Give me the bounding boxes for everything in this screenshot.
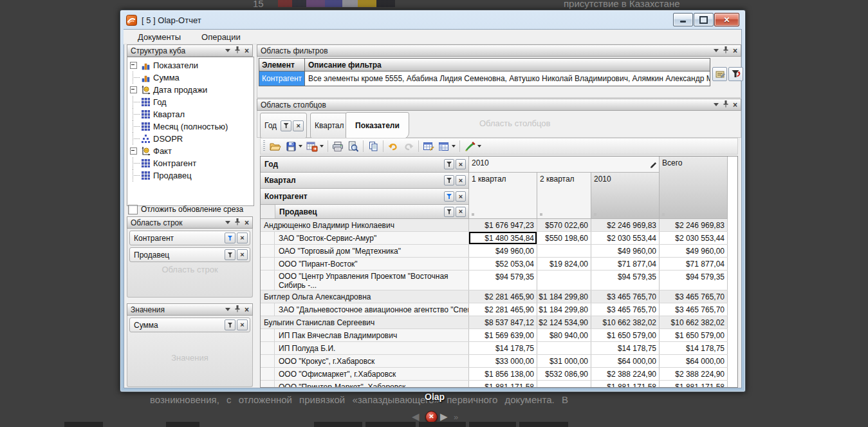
pivot-value-cell[interactable]: $3 465 765,70: [591, 303, 660, 316]
tree-expander-icon[interactable]: [130, 86, 137, 93]
pivot-value-cell[interactable]: $2 030 553,44: [660, 232, 728, 244]
remove-field-button[interactable]: ×: [456, 175, 466, 185]
pivot-value-cell[interactable]: $1 881 171,58: [469, 381, 537, 388]
pivot-value-cell[interactable]: $19 824,00: [537, 258, 591, 270]
pivot-row-label[interactable]: ЗАО "Дальневосточное авиационное агентст…: [261, 303, 469, 316]
collapse-icon[interactable]: [714, 103, 719, 106]
pivot-value-cell[interactable]: $64 000,00: [591, 355, 660, 367]
pin-icon[interactable]: [235, 46, 240, 55]
pivot-value-cell[interactable]: $550 198,60: [537, 232, 591, 244]
tree-item[interactable]: Сумма: [127, 71, 254, 84]
pivot-row-label[interactable]: Андрющенко Владимир Николаевич: [261, 219, 469, 231]
header-brush-icon[interactable]: [650, 162, 657, 171]
filter-button[interactable]: [225, 232, 235, 243]
pivot-value-cell[interactable]: $94 579,35: [469, 270, 537, 290]
pivot-value-cell[interactable]: $1 856 138,00: [469, 368, 537, 380]
tree-expander-icon[interactable]: [130, 147, 137, 155]
menu-item-operations[interactable]: Операции: [195, 31, 247, 43]
pivot-row-header-3[interactable]: Продавец×: [261, 205, 469, 219]
pivot-value-cell[interactable]: $14 178,75: [660, 342, 728, 354]
pivot-value-cell[interactable]: $1 184 299,80: [537, 290, 591, 303]
titlebar[interactable]: [ 5 ] Olap-Отчет: [120, 10, 745, 30]
pivot-value-cell[interactable]: $71 877,04: [660, 258, 728, 270]
pivot-row-label[interactable]: ООО "Офисмаркет", г.Хабаровск: [261, 368, 469, 380]
close-panel-icon[interactable]: ×: [245, 48, 249, 54]
pivot-value-cell[interactable]: $2 246 969,83: [660, 219, 728, 231]
lightbox-last-icon[interactable]: »: [454, 412, 458, 422]
pivot-value-cell[interactable]: $94 579,35: [660, 270, 728, 290]
close-panel-icon[interactable]: ×: [733, 102, 737, 108]
pivot-value-cell[interactable]: $3 465 765,70: [660, 303, 728, 316]
tree-item[interactable]: DSOPR: [127, 133, 254, 145]
pivot-value-cell[interactable]: $71 877,04: [591, 258, 660, 270]
pivot-value-cell[interactable]: $2 281 465,90: [469, 290, 537, 303]
maximize-button[interactable]: [694, 13, 714, 26]
lightbox-next-icon[interactable]: ▶: [440, 411, 448, 422]
defer-update-checkbox[interactable]: [128, 205, 138, 214]
pivot-value-cell[interactable]: $49 960,00: [469, 245, 537, 257]
pivot-row-label[interactable]: ИП Пак Вячеслав Владимирович: [261, 329, 469, 341]
minimize-button[interactable]: [673, 13, 693, 26]
filter-button[interactable]: [281, 120, 291, 131]
open-button[interactable]: [268, 140, 282, 153]
pivot-row-label[interactable]: ООО "Принтер-Маркет", Хабаровск: [261, 381, 469, 388]
pivot-value-cell[interactable]: $52 053,04: [469, 258, 537, 270]
remove-field-button[interactable]: ×: [237, 249, 248, 260]
filter-button[interactable]: [225, 319, 235, 330]
pivot-value-cell[interactable]: $10 662 382,02: [660, 316, 728, 328]
pivot-row-label[interactable]: ООО "Пирант-Восток": [261, 258, 469, 270]
collapse-icon[interactable]: [225, 221, 230, 224]
remove-field-button[interactable]: ×: [456, 191, 466, 202]
edit-filter-button[interactable]: [712, 67, 727, 81]
print-button[interactable]: [331, 140, 345, 153]
tree-item[interactable]: Показатели: [127, 59, 254, 71]
pivot-column-grand-total[interactable]: Всего: [660, 157, 728, 219]
tree-item[interactable]: Дата продажи: [127, 84, 254, 96]
filter-button[interactable]: [444, 207, 454, 217]
pin-icon[interactable]: [235, 218, 240, 227]
pivot-row-label[interactable]: Битлер Ольга Александровна: [261, 290, 469, 303]
pivot-column-q2[interactable]: 2 квартал: [537, 173, 591, 219]
pivot-value-cell[interactable]: $2 246 969,83: [591, 219, 660, 231]
pivot-row-label[interactable]: ООО "Крокус", г.Хабаровск: [261, 355, 469, 367]
tree-item[interactable]: Квартал: [127, 108, 254, 120]
column-field-chip[interactable]: Год×: [260, 113, 307, 138]
remove-field-button[interactable]: ×: [456, 159, 466, 169]
clear-filter-button[interactable]: [728, 67, 743, 81]
pivot-value-cell[interactable]: $49 960,00: [660, 245, 728, 257]
row-field-chip[interactable]: Продавец×: [129, 247, 250, 262]
pivot-value-cell[interactable]: $14 178,75: [591, 342, 660, 354]
pivot-value-cell[interactable]: $94 579,35: [591, 270, 660, 290]
filter-button[interactable]: [444, 191, 454, 202]
export-button[interactable]: [305, 140, 319, 153]
pivot-value-cell[interactable]: $570 022,60: [537, 219, 591, 231]
menu-item-documents[interactable]: Документы: [131, 31, 187, 43]
measures-tab[interactable]: Показатели: [346, 112, 409, 139]
close-panel-icon[interactable]: ×: [245, 307, 249, 313]
tree-item[interactable]: Продавец: [127, 169, 254, 182]
filter-row[interactable]: Контрагент Все элементы кроме 5555, Абаб…: [259, 71, 710, 86]
tree-expander-icon[interactable]: [130, 62, 137, 69]
copy-button[interactable]: [366, 140, 380, 153]
pin-icon[interactable]: [723, 46, 728, 55]
row-field-chip[interactable]: Контрагент×: [129, 231, 250, 245]
pivot-value-cell[interactable]: $1 676 947,23: [469, 219, 537, 231]
tree-item[interactable]: Месяц (полностью): [127, 120, 254, 133]
filter-button[interactable]: [444, 175, 454, 185]
pivot-value-cell[interactable]: $1 184 299,80: [537, 303, 591, 316]
remove-field-button[interactable]: ×: [237, 232, 248, 243]
grid-view-button[interactable]: [437, 140, 451, 153]
pivot-value-cell[interactable]: [537, 245, 591, 257]
pivot-row-label[interactable]: ОАО "Торговый дом "Медтехника": [261, 245, 469, 257]
filter-description-cell[interactable]: Все элементы кроме 5555, Абабина Лидия С…: [305, 71, 710, 86]
pivot-value-cell[interactable]: $14 178,75: [469, 342, 537, 354]
dropdown-arrow-icon[interactable]: [320, 145, 324, 147]
filter-button[interactable]: [225, 249, 235, 260]
collapse-icon[interactable]: [714, 49, 719, 52]
pivot-value-cell[interactable]: $80 940,00: [537, 329, 591, 341]
tree-item[interactable]: Факт: [127, 145, 254, 157]
pivot-value-cell[interactable]: $8 537 847,12: [469, 316, 537, 328]
remove-field-button[interactable]: ×: [237, 319, 248, 330]
pivot-value-cell[interactable]: $2 281 465,90: [469, 303, 537, 316]
tree-item[interactable]: Год: [127, 96, 254, 108]
